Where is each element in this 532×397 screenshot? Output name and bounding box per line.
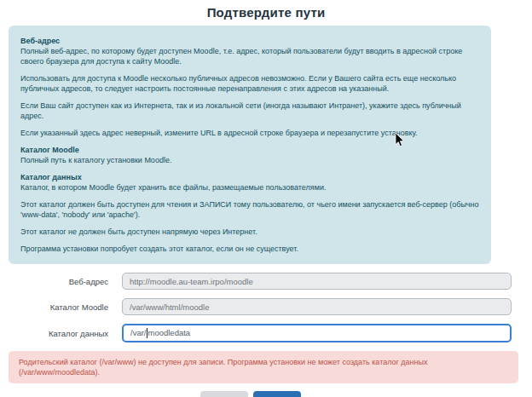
error-message: Родительский каталог (/var/www) не досту…: [19, 358, 428, 377]
error-alert: Родительский каталог (/var/www) не досту…: [9, 351, 518, 383]
data-directory-label: Каталог данных: [0, 329, 122, 338]
info-section-web-address: Веб-адрес Полный веб-адрес, по которому …: [20, 36, 479, 138]
input-value-before-caret: /var/: [130, 325, 146, 341]
info-paragraph: Полный путь к каталогу установки Moodle.: [20, 155, 479, 165]
info-box: Веб-адрес Полный веб-адрес, по которому …: [9, 26, 491, 264]
moodle-directory-label: Каталог Moodle: [0, 302, 122, 312]
info-section-moodle-directory: Каталог Moodle Полный путь к каталогу ус…: [20, 145, 479, 165]
form-row-moodle-directory: Каталог Moodle: [0, 298, 532, 315]
web-address-label: Веб-адрес: [0, 277, 122, 286]
info-paragraph: Программа установки попробует создать эт…: [20, 244, 479, 254]
data-directory-input[interactable]: /var/moodledata: [122, 324, 512, 342]
info-section-data-directory: Каталог данных Каталог, в котором Moodle…: [20, 172, 479, 254]
paths-form: Веб-адрес Каталог Moodle Каталог данных …: [0, 273, 532, 342]
info-paragraph: Использовать для доступа к Moodle нескол…: [20, 73, 479, 94]
wizard-button-row: « Назад Далее »: [0, 391, 517, 397]
page-title: Подтвердите пути: [0, 0, 532, 20]
info-heading-moodle-directory: Каталог Moodle: [20, 145, 479, 155]
input-value-after-caret: moodledata: [147, 325, 190, 341]
form-row-data-directory: Каталог данных /var/moodledata: [0, 324, 532, 342]
info-heading-data-directory: Каталог данных: [20, 172, 479, 182]
info-heading-web-address: Веб-адрес: [20, 36, 479, 46]
install-confirm-paths-page: Подтвердите пути Веб-адрес Полный веб-ад…: [0, 0, 532, 397]
info-paragraph: Если Ваш сайт доступен как из Интернета,…: [20, 101, 479, 121]
info-paragraph: Этот каталог не должен быть доступен нап…: [20, 227, 479, 237]
web-address-input[interactable]: [122, 273, 512, 290]
form-row-web-address: Веб-адрес: [0, 273, 532, 290]
info-paragraph: Если указанный здесь адрес неверный, изм…: [20, 128, 479, 138]
moodle-directory-input[interactable]: [122, 298, 512, 315]
next-button[interactable]: Далее »: [253, 391, 301, 397]
back-button[interactable]: « Назад: [200, 391, 248, 397]
info-paragraph: Полный веб-адрес, по которому будет дост…: [20, 46, 479, 66]
info-paragraph: Каталог, в котором Moodle будет хранить …: [20, 182, 479, 193]
info-paragraph: Этот каталог должен быть доступен для чт…: [20, 199, 479, 220]
